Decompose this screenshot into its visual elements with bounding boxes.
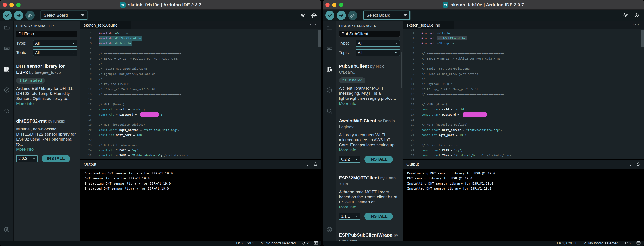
library-search-input[interactable] bbox=[16, 31, 78, 37]
code-line[interactable]: 15// WiFi (Wokwi) bbox=[403, 102, 644, 107]
boards-manager-icon[interactable] bbox=[326, 45, 333, 52]
topic-select[interactable]: All bbox=[356, 49, 400, 56]
code-line[interactable]: 24const char* PAIS = "uy"; bbox=[403, 148, 644, 153]
code-line[interactable]: 6// ESP32 + DHT22 -> Publica por MQTT ca… bbox=[403, 56, 644, 61]
code-line[interactable]: 9// Ejemplo: mat_utec/uy/atlantida bbox=[80, 71, 321, 76]
code-line[interactable]: 25const char* ZONA = "Maldonado/barra"; … bbox=[403, 153, 644, 158]
code-line[interactable]: 1#include <WiFi.h> bbox=[80, 31, 321, 36]
library-manager-icon[interactable] bbox=[4, 66, 10, 72]
code-line[interactable]: 7// bbox=[80, 61, 321, 66]
serial-plotter-icon[interactable] bbox=[300, 12, 306, 19]
output-console[interactable]: Downloading DHT sensor library for ESPx@… bbox=[403, 169, 644, 241]
code-line[interactable]: 11// Payload (JSON): bbox=[403, 81, 644, 86]
serial-monitor-icon[interactable] bbox=[634, 12, 640, 19]
search-icon[interactable] bbox=[4, 108, 10, 114]
code-line[interactable]: 5// ====================================… bbox=[80, 51, 321, 56]
code-line[interactable]: 25const char* ZONA = "Maldonado/barra"; … bbox=[80, 153, 321, 158]
upload-button[interactable] bbox=[337, 11, 346, 20]
version-select[interactable]: 2.0.2 bbox=[16, 155, 38, 162]
editor-scrollbar[interactable] bbox=[641, 30, 644, 47]
minimize-window-button[interactable] bbox=[10, 3, 14, 7]
code-line[interactable]: 14 bbox=[80, 97, 321, 102]
code-line[interactable]: 5// ====================================… bbox=[403, 51, 644, 56]
code-line[interactable]: 3#include <DHTesp.h> bbox=[403, 41, 644, 46]
code-line[interactable]: 8// Topic: mat_utec/pais/zona bbox=[403, 66, 644, 71]
search-icon[interactable] bbox=[326, 108, 333, 114]
code-editor[interactable]: 1#include <WiFi.h>2#include <PubSubClien… bbox=[403, 29, 644, 160]
more-actions-icon[interactable]: ··· bbox=[310, 21, 318, 29]
code-line[interactable]: 18 bbox=[80, 117, 321, 122]
code-line[interactable]: 12// {"temp_c":24.1,"hum_pct":55.0} bbox=[80, 86, 321, 92]
code-line[interactable]: 11// Payload (JSON): bbox=[80, 81, 321, 86]
more-info-link[interactable]: More info bbox=[16, 101, 78, 106]
more-info-link[interactable]: More info bbox=[339, 101, 400, 106]
code-line[interactable]: 3#include·<DHTesp.h> bbox=[80, 41, 321, 46]
serial-plotter-icon[interactable] bbox=[622, 12, 628, 19]
upload-button[interactable] bbox=[14, 11, 23, 20]
code-line[interactable]: 23// Definí tu ubicación bbox=[80, 143, 321, 148]
close-window-button[interactable] bbox=[325, 3, 330, 7]
code-line[interactable]: 21const int mqtt_port = 1883; bbox=[80, 133, 321, 138]
debug-button[interactable] bbox=[348, 11, 357, 20]
code-editor[interactable]: 1#include <WiFi.h>2#include·<PubSubClien… bbox=[80, 29, 321, 160]
install-button[interactable]: INSTALL bbox=[42, 155, 70, 162]
code-line[interactable]: 20const char* mqtt_server = "test.mosqui… bbox=[80, 128, 321, 133]
code-line[interactable]: 13// ===================================… bbox=[403, 92, 644, 97]
code-line[interactable]: 10// bbox=[403, 76, 644, 81]
type-select[interactable]: All bbox=[33, 40, 78, 47]
code-line[interactable]: 24const char* PAIS = "uy"; bbox=[80, 148, 321, 153]
sketchbook-icon[interactable] bbox=[4, 24, 10, 31]
titlebar[interactable]: ∞ sketch_feb10e | Arduino IDE 2.3.7 bbox=[323, 0, 644, 10]
code-line[interactable]: 19// MQTT (Mosquitto público) bbox=[80, 122, 321, 127]
titlebar[interactable]: ∞ sketch_feb10e | Arduino IDE 2.3.7 bbox=[0, 0, 321, 10]
account-icon[interactable] bbox=[326, 226, 333, 233]
boards-manager-icon[interactable] bbox=[4, 45, 10, 52]
code-line[interactable]: 16const char* ssid = "Mathi"; bbox=[403, 107, 644, 112]
account-icon[interactable] bbox=[4, 226, 10, 233]
tab-sketch[interactable]: sketch_feb10e.ino bbox=[403, 21, 454, 29]
zoom-window-button[interactable] bbox=[16, 3, 20, 7]
code-line[interactable]: 12// {"temp_c":24.1,"hum_pct":55.0} bbox=[403, 86, 644, 92]
clear-output-icon[interactable] bbox=[304, 162, 309, 167]
code-line[interactable]: 1#include <WiFi.h> bbox=[403, 31, 644, 36]
clear-output-icon[interactable] bbox=[626, 162, 632, 167]
notifications-button[interactable]: 2 bbox=[624, 241, 631, 245]
toggle-panel-button[interactable] bbox=[314, 241, 318, 246]
version-select[interactable]: 1.1.1 bbox=[339, 213, 360, 220]
topic-select[interactable]: All bbox=[33, 49, 78, 56]
board-status[interactable]: ✕ No board selected bbox=[260, 241, 296, 245]
more-info-link[interactable]: More info bbox=[16, 147, 78, 152]
more-info-link[interactable]: More info bbox=[339, 147, 400, 152]
code-line[interactable]: 22 bbox=[80, 138, 321, 143]
verify-button[interactable] bbox=[3, 11, 12, 20]
close-window-button[interactable] bbox=[3, 3, 7, 7]
code-line[interactable]: 17const char* password = "xxxxxxxxxxx"; bbox=[80, 112, 321, 117]
debug-button[interactable] bbox=[26, 11, 35, 20]
debugger-icon[interactable] bbox=[326, 87, 333, 93]
editor-scrollbar[interactable] bbox=[318, 30, 321, 47]
code-line[interactable]: 13// ===================================… bbox=[80, 92, 321, 97]
code-line[interactable]: 8// Topic: mat_utec/pais/zona bbox=[80, 66, 321, 71]
tab-sketch[interactable]: sketch_feb10e.ino bbox=[80, 21, 131, 29]
notifications-button[interactable]: 2 bbox=[302, 241, 309, 245]
code-line[interactable]: 4 bbox=[80, 46, 321, 51]
lock-icon[interactable] bbox=[313, 162, 318, 167]
library-search-input[interactable] bbox=[339, 31, 400, 37]
code-line[interactable]: 9// Ejemplo: mat_utec/uy/atlantida bbox=[403, 71, 644, 76]
code-line[interactable]: 19// MQTT (Mosquitto público) bbox=[403, 122, 644, 127]
code-line[interactable]: 2#include <PubSubClient.h> bbox=[403, 36, 644, 41]
code-line[interactable]: 14 bbox=[403, 97, 644, 102]
sketchbook-icon[interactable] bbox=[326, 24, 333, 31]
install-button[interactable]: INSTALL bbox=[364, 213, 393, 220]
install-button[interactable]: INSTALL bbox=[364, 156, 393, 163]
code-line[interactable]: 16const char* ssid = "Mathi"; bbox=[80, 107, 321, 112]
code-line[interactable]: 21const int mqtt_port = 1883; bbox=[403, 133, 644, 138]
debugger-icon[interactable] bbox=[4, 87, 10, 93]
output-console[interactable]: Downloading DHT sensor library for ESPx@… bbox=[80, 169, 321, 241]
code-line[interactable]: 22 bbox=[403, 138, 644, 143]
toggle-panel-button[interactable] bbox=[636, 241, 641, 246]
code-line[interactable]: 2#include·<PubSubClient.h> bbox=[80, 36, 321, 41]
code-line[interactable]: 15// WiFi (Wokwi) bbox=[80, 102, 321, 107]
code-line[interactable]: 23// Definí tu ubicación bbox=[403, 143, 644, 148]
library-manager-icon[interactable] bbox=[326, 66, 333, 72]
